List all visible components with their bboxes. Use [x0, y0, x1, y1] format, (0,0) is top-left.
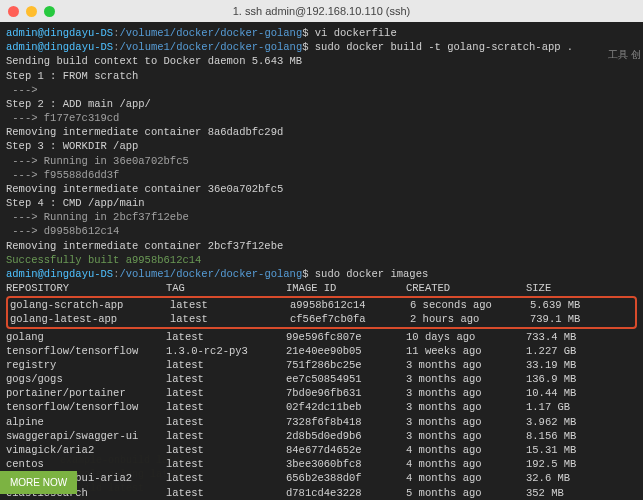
table-row: swaggerapi/swagger-uilatest2d8b5d0ed9b63…	[6, 429, 637, 443]
table-row: elasticsearchlatestd781cd4e32285 months …	[6, 486, 637, 500]
build-output: Step 2 : ADD main /app/	[6, 97, 637, 111]
col-created: CREATED	[406, 281, 526, 295]
build-success: Successfully built a9958b612c14	[6, 253, 637, 267]
command-images: sudo docker images	[315, 268, 428, 280]
build-output: ---> Running in 2bcf37f12ebe	[6, 210, 637, 224]
build-output: ---> f95588d6dd3f	[6, 168, 637, 182]
prompt-line: admin@dingdayu-DS:/volume1/docker/docker…	[6, 40, 637, 54]
highlighted-rows: golang-scratch-app latest a9958b612c14 6…	[6, 296, 637, 328]
col-tag: TAG	[166, 281, 286, 295]
build-output: ---> f177e7c319cd	[6, 111, 637, 125]
table-row: registrylatest751f286bc25e3 months ago33…	[6, 358, 637, 372]
col-image-id: IMAGE ID	[286, 281, 406, 295]
command-build: sudo docker build -t golang-scratch-app …	[315, 41, 573, 53]
col-repository: REPOSITORY	[6, 281, 166, 295]
terminal-pane[interactable]: 工具 创 admin@dingdayu-DS:/volume1/docker/d…	[0, 22, 643, 500]
build-output: ---> Running in 36e0a702bfc5	[6, 154, 637, 168]
more-now-button[interactable]: MORE NOW	[0, 471, 77, 495]
build-output: Removing intermediate container 36e0a702…	[6, 182, 637, 196]
table-row: centoslatest3bee3060bfc84 months ago192.…	[6, 457, 637, 471]
build-output: Step 3 : WORKDIR /app	[6, 139, 637, 153]
build-output: Removing intermediate container 2bcf37f1…	[6, 239, 637, 253]
build-output: Step 4 : CMD /app/main	[6, 196, 637, 210]
table-row: tensorflow/tensorflowlatest02f42dc11beb3…	[6, 400, 637, 414]
col-size: SIZE	[526, 281, 606, 295]
images-header: REPOSITORY TAG IMAGE ID CREATED SIZE	[6, 281, 637, 295]
table-row: golanglatest99e596fc807e10 days ago733.4…	[6, 330, 637, 344]
table-row: timonier/webui-aria2latest656b2e388d0f4 …	[6, 471, 637, 485]
table-row: alpinelatest7328f6f8b4183 months ago3.96…	[6, 415, 637, 429]
table-row: golang-scratch-app latest a9958b612c14 6…	[10, 298, 633, 312]
table-row: vimagick/aria2latest84e677d4652e4 months…	[6, 443, 637, 457]
prompt-line: admin@dingdayu-DS:/volume1/docker/docker…	[6, 267, 637, 281]
table-row: gogs/gogslatestee7c508549513 months ago1…	[6, 372, 637, 386]
build-output: --->	[6, 83, 637, 97]
table-row: portainer/portainerlatest7bd0e96fb6313 m…	[6, 386, 637, 400]
background-text: 工具 创	[608, 48, 641, 62]
table-row: tensorflow/tensorflow1.3.0-rc2-py321e40e…	[6, 344, 637, 358]
command-vi: vi dockerfile	[315, 27, 397, 39]
build-output: Step 1 : FROM scratch	[6, 69, 637, 83]
build-output: Removing intermediate container 8a6dadbf…	[6, 125, 637, 139]
window-title: 1. ssh admin@192.168.10.110 (ssh)	[0, 5, 643, 17]
build-output: Sending build context to Docker daemon 5…	[6, 54, 637, 68]
build-output: ---> d9958b612c14	[6, 224, 637, 238]
table-row: golang-latest-app latest cf56ef7cb0fa 2 …	[10, 312, 633, 326]
prompt-line: admin@dingdayu-DS:/volume1/docker/docker…	[6, 26, 637, 40]
window-titlebar: 1. ssh admin@192.168.10.110 (ssh)	[0, 0, 643, 22]
